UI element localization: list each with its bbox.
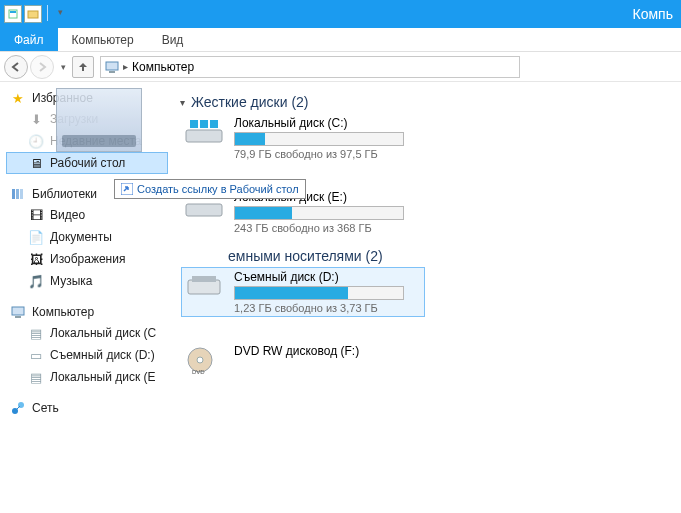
- up-button[interactable]: [72, 56, 94, 78]
- drop-hint-text: Создать ссылку в Рабочий стол: [137, 183, 299, 195]
- qat-dropdown-icon[interactable]: ▾: [53, 5, 67, 19]
- address-bar[interactable]: ▸ Компьютер: [100, 56, 520, 78]
- qat-properties-icon[interactable]: [4, 5, 22, 23]
- qat-separator: [47, 5, 48, 21]
- window-titlebar: ▾ Компь: [0, 0, 681, 28]
- quick-access-toolbar: ▾: [4, 5, 67, 23]
- tab-view[interactable]: Вид: [148, 28, 198, 51]
- tab-computer[interactable]: Компьютер: [58, 28, 148, 51]
- shortcut-icon: [121, 183, 133, 195]
- svg-rect-1: [10, 11, 16, 13]
- tab-file[interactable]: Файл: [0, 28, 58, 51]
- ribbon-tabs: Файл Компьютер Вид: [0, 28, 681, 52]
- history-dropdown[interactable]: ▾: [56, 60, 70, 74]
- back-button[interactable]: [4, 55, 28, 79]
- window-title: Компь: [633, 6, 677, 22]
- qat-newfolder-icon[interactable]: [24, 5, 42, 23]
- svg-rect-3: [106, 62, 118, 70]
- svg-rect-2: [28, 11, 38, 18]
- breadcrumb-sep-icon: ▸: [123, 61, 128, 72]
- svg-rect-4: [109, 71, 115, 73]
- drop-hint-tooltip: Создать ссылку в Рабочий стол: [114, 179, 306, 199]
- breadcrumb-location: Компьютер: [132, 60, 194, 74]
- navigation-row: ▾ ▸ Компьютер: [0, 52, 681, 82]
- drag-overlay: Создать ссылку в Рабочий стол: [0, 82, 681, 513]
- drag-ghost-icon: [56, 88, 142, 152]
- forward-button[interactable]: [30, 55, 54, 79]
- computer-icon: [105, 60, 119, 74]
